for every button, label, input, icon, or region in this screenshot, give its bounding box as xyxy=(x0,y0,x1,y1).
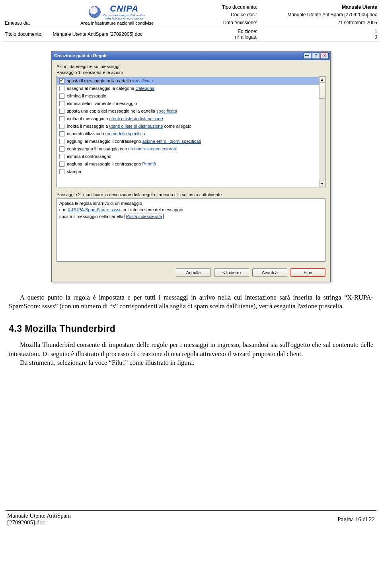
action-item-link[interactable]: azione entro i giorni specificati xyxy=(142,139,201,144)
action-item-text: elimina il contrassegno xyxy=(67,154,111,159)
help-button[interactable]: ? xyxy=(312,53,320,59)
titolo-documento-label: Titolo documento: xyxy=(3,28,51,40)
document-header: Emesso da: CNIPA Centro Nazionale per l'… xyxy=(3,3,379,42)
edizione-value: 1 xyxy=(261,29,377,34)
action-item-link[interactable]: utenti o liste di distribuzione xyxy=(109,124,163,129)
action-item[interactable]: elimina il contrassegno xyxy=(57,153,319,160)
heading-4-3: 4.3 Mozilla Thunderbird xyxy=(9,323,373,335)
action-item[interactable]: aggiungi al messaggio il contrassegno Pr… xyxy=(57,160,319,168)
scroll-up-button[interactable]: ▲ xyxy=(319,76,325,83)
action-item-text: sposta una copia del messaggio nella car… xyxy=(67,109,177,113)
checkbox[interactable] xyxy=(59,154,64,159)
allegati-value: 0 xyxy=(261,34,377,40)
paragraph-1: A questo punto la regola è impostata e p… xyxy=(9,293,373,311)
close-button[interactable]: ✕ xyxy=(321,53,329,59)
tipo-documento-value: Manuale Utente xyxy=(259,3,379,11)
tipo-documento-label: Tipo documento: xyxy=(183,3,259,11)
checkbox[interactable] xyxy=(59,93,64,99)
action-item-link[interactable]: specificata xyxy=(132,78,153,83)
document-body: A questo punto la regola è impostata e p… xyxy=(3,293,379,367)
action-item-text: assegna al messaggio la categoria Catego… xyxy=(67,86,154,91)
action-item-text: elimina il messaggio xyxy=(67,93,106,98)
dialog-title: Creazione guidata Regole xyxy=(54,53,302,58)
checkbox[interactable] xyxy=(59,131,64,136)
actions-section-label: Azioni da eseguire sui messaggi xyxy=(57,64,325,69)
data-emissione-label: Data emissione: xyxy=(183,19,259,26)
scroll-down-button[interactable]: ▼ xyxy=(319,181,325,187)
action-item-text: sposta il messaggio nella cartella speci… xyxy=(67,78,153,83)
emblem-icon xyxy=(89,6,101,18)
cancel-button[interactable]: Annulla xyxy=(176,268,211,277)
rule-description-box[interactable]: Applica la regola all'arrivo di un messa… xyxy=(57,198,325,262)
action-item[interactable]: contrassegna il messaggio con un contras… xyxy=(57,145,319,153)
footer-page-number: Pagina 16 di 22 xyxy=(337,516,375,523)
action-item-link[interactable]: Categoria xyxy=(135,86,154,91)
dialog-titlebar: Creazione guidata Regole — ? ✕ xyxy=(52,51,330,60)
checkbox[interactable] xyxy=(59,139,64,144)
logo-title: CNIPA xyxy=(110,4,138,14)
logo-sub1: Centro Nazionale per l'Informatica xyxy=(103,14,145,17)
paragraph-2: Mozilla Thunderbird consente di impostar… xyxy=(9,341,373,358)
action-item-link[interactable]: specificata xyxy=(156,109,177,113)
action-item-link[interactable]: un modello specifico xyxy=(105,131,145,136)
action-item-text: inoltra il messaggio a utenti o liste di… xyxy=(67,124,191,129)
action-item[interactable]: rispondi utilizzando un modello specific… xyxy=(57,130,319,138)
desc-line-1: Applica la regola all'arrivo di un messa… xyxy=(59,200,323,207)
action-item-link[interactable]: utenti o liste di distribuzione xyxy=(109,116,163,121)
desc-line-2: con X-RUPA-SpamScore: sssss nell'intesta… xyxy=(59,206,323,213)
checkbox[interactable] xyxy=(59,116,64,121)
action-item[interactable]: sposta il messaggio nella cartella speci… xyxy=(57,77,319,85)
checkbox[interactable] xyxy=(59,109,64,114)
action-item-link[interactable]: Priorità xyxy=(142,162,156,166)
action-item-text: stampa xyxy=(67,169,81,174)
edizione-label: Edizione: xyxy=(185,29,257,34)
checkbox[interactable] xyxy=(59,146,64,152)
action-item[interactable]: inoltra il messaggio a utenti o liste di… xyxy=(57,115,319,123)
footer-left-2: [27092005].doc xyxy=(7,519,71,526)
titolo-documento-value: Manuale Utente AntiSpam [27092005].doc xyxy=(51,28,183,40)
action-item-text: aggiungi al messaggio il contrassegno Pr… xyxy=(67,162,156,166)
action-item[interactable]: sposta una copia del messaggio nella car… xyxy=(57,107,319,115)
action-item-text: inoltra il messaggio a utenti o liste di… xyxy=(67,116,163,121)
checkbox[interactable] xyxy=(59,124,64,129)
action-item[interactable]: inoltra il messaggio a utenti o liste di… xyxy=(57,123,319,130)
actions-listbox[interactable]: sposta il messaggio nella cartella speci… xyxy=(57,76,325,187)
desc-link-header[interactable]: X-RUPA-SpamScore: sssss xyxy=(68,207,122,212)
desc-line-3: sposta il messaggio nella cartella Posta… xyxy=(59,213,323,220)
action-item-text: elimina definitivamente il messaggio xyxy=(67,101,137,106)
action-item-text: contrassegna il messaggio con un contras… xyxy=(67,146,177,151)
action-item[interactable]: aggiungi al messaggio il contrassegno az… xyxy=(57,138,319,145)
allegati-label: n° allegati: xyxy=(185,34,257,40)
codice-doc-label: Codice doc.: xyxy=(183,11,259,18)
action-item[interactable]: elimina il messaggio xyxy=(57,92,319,100)
action-item-text: aggiungi al messaggio il contrassegno az… xyxy=(67,139,201,144)
step2-label: Passaggio 2: modificare la descrizione d… xyxy=(57,192,325,197)
page-footer: Manuale Utente AntiSpam [27092005].doc P… xyxy=(3,511,379,531)
logo-sub2: nella Pubblica Amministrazione xyxy=(103,17,145,20)
action-item[interactable]: assegna al messaggio la categoria Catego… xyxy=(57,85,319,92)
paragraph-3: Da strumenti, selezionare la voce “Filtr… xyxy=(9,358,373,367)
footer-left-1: Manuale Utente AntiSpam xyxy=(7,512,71,519)
minimize-button[interactable]: — xyxy=(303,53,311,59)
desc-link-folder[interactable]: Posta indesiderata xyxy=(125,214,163,219)
checkbox[interactable] xyxy=(59,169,64,174)
action-item[interactable]: elimina definitivamente il messaggio xyxy=(57,100,319,107)
checkbox[interactable] xyxy=(59,101,64,106)
checkbox[interactable] xyxy=(59,162,64,167)
step1-label: Passaggio 1: selezionare le azioni xyxy=(57,70,325,75)
back-button[interactable]: < Indietro xyxy=(214,268,249,277)
checkbox[interactable] xyxy=(59,86,64,91)
next-button[interactable]: Avanti > xyxy=(252,268,287,277)
action-item-link[interactable]: un contrassegno colorato xyxy=(128,146,177,151)
data-emissione-value: 21 settembre 2005 xyxy=(259,19,379,26)
finish-button[interactable]: Fine xyxy=(290,268,325,277)
action-item-text: rispondi utilizzando un modello specific… xyxy=(67,131,145,136)
action-item[interactable]: stampa xyxy=(57,168,319,175)
emesso-da-label: Emesso da: xyxy=(3,3,51,26)
checkbox[interactable] xyxy=(59,78,64,84)
cnipa-logo: CNIPA Centro Nazionale per l'Informatica… xyxy=(80,4,154,25)
scrollbar[interactable]: ▲ ▼ xyxy=(319,76,325,187)
rules-wizard-dialog: Creazione guidata Regole — ? ✕ Azioni da… xyxy=(51,51,331,282)
scroll-thumb[interactable] xyxy=(319,83,325,99)
codice-doc-value: Manuale Utente AntiSpam [27092005].doc xyxy=(259,11,379,18)
